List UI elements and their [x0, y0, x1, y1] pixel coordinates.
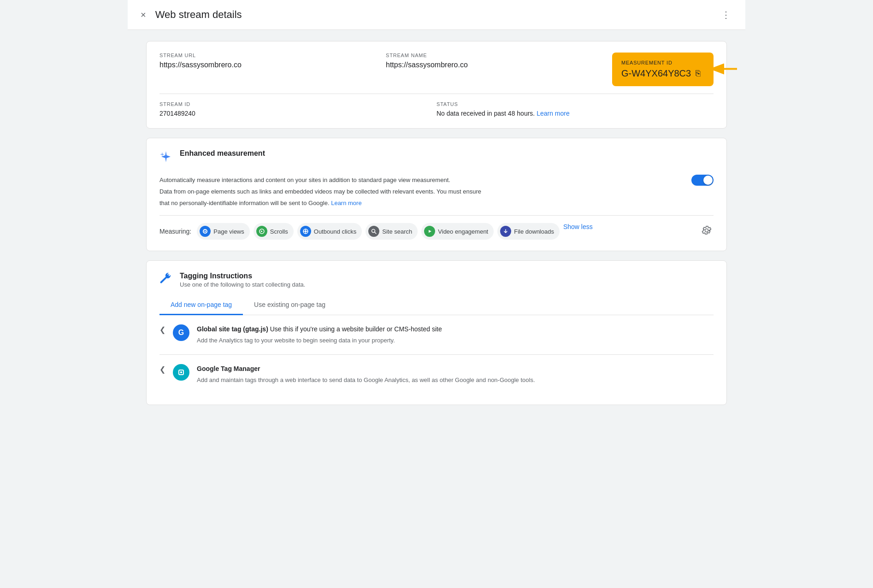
page-title: Web stream details — [155, 9, 242, 21]
chip-outbound-clicks: Outbound clicks — [297, 223, 362, 240]
gtm-title-bold: Google Tag Manager — [197, 365, 260, 372]
chip-video-engagement: Video engagement — [421, 223, 494, 240]
stream-info-card: STREAM URL https://sassysombrero.co STRE… — [146, 41, 727, 129]
status-learn-more-link[interactable]: Learn more — [537, 110, 570, 117]
tagging-header: Tagging Instructions Use one of the foll… — [159, 272, 714, 288]
measurement-id-box: MEASUREMENT ID G-W4YX64Y8C3 ⎘ — [612, 53, 714, 86]
site-search-icon — [368, 226, 379, 237]
enhanced-title: Enhanced measurement — [180, 149, 265, 158]
svg-point-6 — [305, 230, 307, 232]
page-wrapper: × Web stream details ⋮ STREAM URL https:… — [128, 0, 745, 588]
tag-item-gtm: ❮ Google Tag Manager Add and maintain ta… — [159, 355, 714, 394]
toggle-thumb — [703, 176, 713, 185]
chip-video-engagement-label: Video engagement — [438, 228, 488, 235]
stream-url-value: https://sassysombrero.co — [159, 61, 375, 69]
enhanced-desc-line2: Data from on-page elements such as links… — [159, 187, 481, 197]
measurement-id-label: MEASUREMENT ID — [621, 60, 704, 65]
gtag-title: Global site tag (gtag.js) Use this if yo… — [197, 324, 714, 334]
chip-page-views-label: Page views — [213, 228, 244, 235]
copy-icon[interactable]: ⎘ — [696, 69, 701, 78]
stream-info-grid: STREAM URL https://sassysombrero.co STRE… — [159, 53, 714, 86]
stream-url-field: STREAM URL https://sassysombrero.co — [159, 53, 375, 69]
gtag-title-bold: Global site tag (gtag.js) — [197, 325, 268, 333]
enhanced-desc-line3-text: that no personally-identifiable informat… — [159, 200, 330, 206]
chip-outbound-clicks-label: Outbound clicks — [314, 228, 357, 235]
enhanced-measurement-toggle[interactable] — [691, 175, 714, 186]
gtag-description: Add the Analytics tag to your website to… — [197, 336, 714, 345]
header: × Web stream details ⋮ — [128, 0, 745, 30]
chip-site-search: Site search — [366, 223, 418, 240]
stream-id-label: STREAM ID — [159, 101, 436, 107]
measuring-chips: Page views Scrolls — [197, 223, 694, 240]
file-downloads-icon — [500, 226, 511, 237]
stream-id-field: STREAM ID 2701489240 — [159, 101, 436, 117]
scrolls-icon — [256, 226, 267, 237]
toggle-track[interactable] — [691, 175, 714, 186]
gtag-content: Global site tag (gtag.js) Use this if yo… — [197, 324, 714, 345]
gtm-icon — [173, 364, 189, 381]
chip-file-downloads: File downloads — [497, 223, 560, 240]
enhanced-header: Enhanced measurement — [159, 149, 714, 166]
stream-id-value: 2701489240 — [159, 110, 436, 117]
svg-point-3 — [205, 231, 206, 232]
video-engagement-icon — [424, 226, 435, 237]
page-views-icon — [200, 226, 211, 237]
divider — [159, 215, 714, 216]
enhanced-title-block: Enhanced measurement — [180, 149, 265, 158]
status-text: No data received in past 48 hours. Learn… — [436, 110, 714, 117]
tag-item-global-site-tag: ❮ G Global site tag (gtag.js) Use this i… — [159, 315, 714, 355]
arrow-indicator — [707, 62, 739, 76]
header-left: × Web stream details — [139, 8, 242, 22]
enhanced-measurement-card: Enhanced measurement Automatically measu… — [146, 138, 727, 251]
measurement-id-value: G-W4YX64Y8C3 — [621, 68, 691, 79]
more-options-button[interactable]: ⋮ — [718, 7, 734, 22]
stream-bottom-row: STREAM ID 2701489240 STATUS No data rece… — [159, 94, 714, 117]
content-area: STREAM URL https://sassysombrero.co STRE… — [128, 30, 745, 416]
gtm-content: Google Tag Manager Add and maintain tags… — [197, 364, 714, 385]
tag-items: ❮ G Global site tag (gtag.js) Use this i… — [159, 315, 714, 394]
enhanced-desc-container: Automatically measure interactions and c… — [159, 174, 714, 208]
enhanced-desc-line1: Automatically measure interactions and c… — [159, 176, 481, 185]
measurement-id-value-row: G-W4YX64Y8C3 ⎘ — [621, 68, 704, 79]
status-label: STATUS — [436, 101, 714, 107]
stream-name-value: https://sassysombrero.co — [386, 61, 601, 69]
svg-rect-17 — [180, 371, 182, 373]
show-less-link[interactable]: Show less — [563, 223, 593, 240]
chip-scrolls-label: Scrolls — [270, 228, 288, 235]
gtm-title: Google Tag Manager — [197, 364, 714, 374]
measurement-id-container: MEASUREMENT ID G-W4YX64Y8C3 ⎘ — [612, 53, 714, 86]
tagging-subtitle: Use one of the following to start collec… — [180, 281, 305, 288]
settings-gear-button[interactable] — [700, 223, 714, 240]
enhanced-learn-more-link[interactable]: Learn more — [331, 200, 361, 206]
wrench-icon — [159, 272, 172, 288]
tagging-title: Tagging Instructions — [180, 272, 305, 280]
expand-chevron-gtm[interactable]: ❮ — [159, 365, 165, 374]
stream-name-label: STREAM NAME — [386, 53, 601, 58]
expand-chevron-gtag[interactable]: ❮ — [159, 325, 165, 334]
close-button[interactable]: × — [139, 8, 148, 22]
stream-name-field: STREAM NAME https://sassysombrero.co — [386, 53, 601, 69]
tab-add-new-tag[interactable]: Add new on-page tag — [159, 295, 243, 315]
enhanced-desc-line3: that no personally-identifiable informat… — [159, 199, 481, 208]
gtag-title-rest: Use this if you're using a website build… — [270, 325, 442, 333]
sparkle-icon — [159, 150, 172, 166]
tab-use-existing-tag[interactable]: Use existing on-page tag — [243, 295, 336, 315]
svg-line-12 — [375, 232, 376, 234]
gtag-icon-label: G — [178, 329, 184, 337]
chip-file-downloads-label: File downloads — [514, 228, 554, 235]
measuring-row: Measuring: Page views — [159, 223, 714, 240]
chip-scrolls: Scrolls — [254, 223, 294, 240]
gtag-icon: G — [173, 324, 189, 341]
chip-page-views: Page views — [197, 223, 249, 240]
gtm-description: Add and maintain tags through a web inte… — [197, 376, 714, 385]
status-value: No data received in past 48 hours. — [436, 110, 535, 117]
tagging-title-block: Tagging Instructions Use one of the foll… — [180, 272, 305, 288]
svg-point-11 — [372, 229, 375, 233]
measuring-label: Measuring: — [159, 228, 191, 235]
stream-url-label: STREAM URL — [159, 53, 375, 58]
outbound-clicks-icon — [300, 226, 311, 237]
tabs-row: Add new on-page tag Use existing on-page… — [159, 295, 714, 315]
gtm-icon-svg — [177, 368, 186, 377]
status-field: STATUS No data received in past 48 hours… — [436, 101, 714, 117]
tagging-instructions-card: Tagging Instructions Use one of the foll… — [146, 260, 727, 405]
